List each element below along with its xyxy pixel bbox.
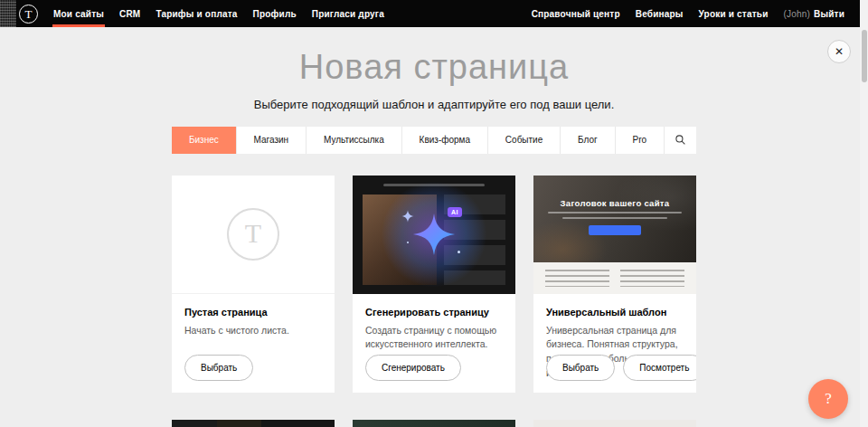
nav-my-sites[interactable]: Мои сайты: [53, 0, 104, 27]
nav-logout[interactable]: (John) Выйти: [783, 0, 844, 27]
nav-help-center[interactable]: Справочный центр: [532, 0, 620, 27]
preview-hero: Заголовок вашего сайта: [533, 176, 696, 262]
template-category-tabs: Бизнес Магазин Мультиссылка Квиз-форма С…: [172, 127, 696, 154]
search-icon: [675, 134, 686, 146]
preview-hero-heading: Заголовок вашего сайта: [561, 198, 670, 208]
page-title: Новая страница: [172, 48, 696, 88]
template-card-partial[interactable]: [172, 420, 335, 427]
tilda-watermark-icon: T: [227, 208, 279, 261]
card-description: Создать страницу с помощью искусственног…: [365, 324, 503, 353]
ai-badge: AI: [448, 207, 462, 217]
tab-shop[interactable]: Магазин: [236, 127, 306, 154]
template-preview-partial: [533, 420, 696, 427]
texture-logo-block: [0, 0, 16, 27]
nav-invite-friend[interactable]: Пригласи друга: [312, 0, 384, 27]
preview-universal-button[interactable]: Посмотреть: [623, 355, 696, 381]
tab-blog[interactable]: Блог: [560, 127, 614, 154]
card-title: Универсальный шаблон: [546, 307, 684, 318]
tab-event[interactable]: Событие: [487, 127, 560, 154]
card-body: Сгенерировать страницу Создать страницу …: [353, 294, 515, 353]
tab-pro[interactable]: Pro: [615, 127, 664, 154]
card-actions: Выбрать: [184, 355, 253, 381]
tab-search[interactable]: [664, 127, 696, 154]
template-card-universal: Заголовок вашего сайта Универсальный шаб…: [533, 176, 696, 393]
scrollbar-thumb[interactable]: [862, 30, 867, 82]
preview-text-section: [533, 262, 696, 294]
nav-left-group: Мои сайты CRM Тарифы и оплата Профиль Пр…: [38, 0, 384, 27]
preview-cta-button: [589, 225, 641, 235]
card-title: Пустая страница: [184, 307, 322, 318]
template-preview-partial: [353, 420, 515, 427]
card-body: Пустая страница Начать с чистого листа.: [172, 294, 335, 338]
preview-text-column: [545, 270, 609, 287]
tab-business[interactable]: Бизнес: [172, 127, 236, 154]
card-actions: Сгенерировать: [365, 355, 461, 381]
tab-quiz-form[interactable]: Квиз-форма: [401, 127, 487, 154]
ai-sparkle-icon: [401, 210, 414, 223]
card-title: Сгенерировать страницу: [365, 307, 503, 318]
universal-template-preview[interactable]: Заголовок вашего сайта: [533, 176, 696, 294]
nav-profile[interactable]: Профиль: [253, 0, 297, 27]
help-button[interactable]: ?: [808, 379, 848, 419]
template-card-partial[interactable]: [533, 420, 696, 427]
ai-star-icon: [412, 213, 456, 256]
close-icon: ✕: [835, 45, 844, 58]
generate-button[interactable]: Сгенерировать: [365, 355, 461, 381]
page-subtitle: Выберите подходящий шаблон и адаптируйте…: [172, 98, 696, 111]
logout-label: Выйти: [814, 9, 844, 19]
ai-generate-preview[interactable]: AI: [353, 176, 515, 294]
tab-multilink[interactable]: Мультиссылка: [306, 127, 401, 154]
user-name-label: (John): [783, 9, 810, 19]
preview-subtitle-placeholder: [562, 217, 667, 219]
preview-text-column: [620, 270, 684, 287]
preview-subtitle-placeholder: [548, 212, 682, 214]
close-button[interactable]: ✕: [827, 40, 851, 63]
nav-spacer: [384, 0, 516, 27]
choose-universal-button[interactable]: Выбрать: [546, 355, 615, 381]
nav-right-group: Справочный центр Вебинары Уроки и статьи…: [516, 0, 844, 27]
template-card-generate: AI Сгенерировать страницу Создать страни…: [353, 176, 515, 393]
template-cards-grid: T Пустая страница Начать с чистого листа…: [172, 176, 696, 393]
new-page-modal: Новая страница Выберите подходящий шабло…: [172, 48, 696, 427]
blank-page-preview[interactable]: T: [172, 176, 335, 294]
card-actions: Выбрать Посмотреть: [546, 355, 696, 381]
nav-crm[interactable]: CRM: [119, 0, 140, 27]
template-cards-grid-row2: [172, 420, 696, 427]
nav-webinars[interactable]: Вебинары: [636, 0, 684, 27]
nav-plans-payment[interactable]: Тарифы и оплата: [156, 0, 237, 27]
nav-lessons-articles[interactable]: Уроки и статьи: [699, 0, 769, 27]
card-description: Начать с чистого листа.: [184, 324, 322, 338]
scrollbar[interactable]: [860, 0, 868, 427]
choose-blank-button[interactable]: Выбрать: [184, 355, 253, 381]
top-nav: T Мои сайты CRM Тарифы и оплата Профиль …: [0, 0, 868, 27]
template-card-partial[interactable]: [353, 420, 515, 427]
template-card-blank: T Пустая страница Начать с чистого листа…: [172, 176, 335, 393]
tilda-logo[interactable]: T: [19, 5, 38, 24]
template-preview-partial: [172, 420, 335, 427]
